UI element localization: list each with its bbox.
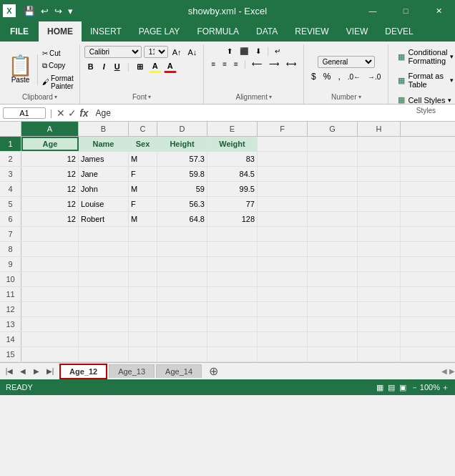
cell-g7[interactable]	[308, 227, 358, 241]
horizontal-scrollbar[interactable]: ◀ ▶	[441, 367, 455, 375]
tab-prev-button[interactable]: ◀	[16, 365, 29, 378]
cell-c6[interactable]: M	[129, 212, 157, 226]
cell-e7[interactable]	[207, 227, 258, 241]
cell-a10[interactable]	[21, 272, 79, 286]
col-header-c[interactable]: C	[129, 122, 157, 136]
sheet-tab-age13[interactable]: Age_13	[109, 364, 155, 378]
col-header-d[interactable]: D	[157, 122, 207, 136]
tab-next-button[interactable]: ▶	[30, 365, 43, 378]
cell-b6[interactable]: Robert	[79, 212, 129, 226]
maximize-button[interactable]: □	[389, 0, 422, 21]
paste-button[interactable]: 📋 Paste	[3, 54, 38, 86]
cell-h12[interactable]	[358, 302, 401, 316]
cell-e6[interactable]: 128	[207, 212, 258, 226]
cell-e11[interactable]	[207, 287, 258, 301]
font-name-select[interactable]: Calibri	[84, 46, 142, 58]
conditional-formatting-button[interactable]: ▦ Conditional Formatting ▾	[394, 46, 455, 67]
cell-h3[interactable]	[358, 167, 401, 181]
cell-g8[interactable]	[308, 242, 358, 256]
decrease-indent-button[interactable]: ⟵	[249, 59, 265, 69]
cell-h6[interactable]	[358, 212, 401, 226]
decrease-font-button[interactable]: A↓	[186, 47, 200, 58]
cell-g1[interactable]	[308, 137, 358, 151]
increase-indent-button[interactable]: ⟶	[266, 59, 282, 69]
cell-g15[interactable]	[308, 347, 358, 361]
cell-e9[interactable]	[207, 257, 258, 271]
align-center-button[interactable]: ≡	[220, 59, 230, 69]
clipboard-expand-icon[interactable]: ▾	[54, 94, 57, 100]
cell-e8[interactable]	[207, 242, 258, 256]
border-button[interactable]: ⊞	[133, 61, 147, 73]
cell-g4[interactable]	[308, 182, 358, 196]
cell-h13[interactable]	[358, 317, 401, 331]
cell-f14[interactable]	[258, 332, 308, 346]
cell-d7[interactable]	[157, 227, 207, 241]
cell-e3[interactable]: 84.5	[207, 167, 258, 181]
formula-function-icon[interactable]: fx	[79, 107, 88, 119]
cell-b4[interactable]: John	[79, 182, 129, 196]
cell-g2[interactable]	[308, 152, 358, 166]
align-right-button[interactable]: ≡	[231, 59, 241, 69]
cell-g3[interactable]	[308, 167, 358, 181]
minimize-button[interactable]: —	[356, 0, 389, 21]
cell-b2[interactable]: James	[79, 152, 129, 166]
cell-d1[interactable]: Height	[157, 137, 207, 151]
cell-a1[interactable]: Age	[21, 137, 79, 151]
cell-d2[interactable]: 57.3	[157, 152, 207, 166]
cell-d10[interactable]	[157, 272, 207, 286]
cell-d12[interactable]	[157, 302, 207, 316]
col-header-f[interactable]: F	[258, 122, 308, 136]
alignment-expand-icon[interactable]: ▾	[269, 94, 272, 100]
align-bottom-button[interactable]: ⬇	[253, 46, 264, 57]
merge-button[interactable]: ⟷	[283, 59, 299, 69]
col-header-h[interactable]: H	[358, 122, 401, 136]
cell-e5[interactable]: 77	[207, 197, 258, 211]
cell-h10[interactable]	[358, 272, 401, 286]
cell-f4[interactable]	[258, 182, 308, 196]
tab-file[interactable]: FILE	[0, 21, 39, 42]
undo-dropdown[interactable]: ▾	[66, 6, 75, 16]
cell-d6[interactable]: 64.8	[157, 212, 207, 226]
fill-color-button[interactable]: A	[149, 60, 162, 73]
cell-a3[interactable]: 12	[21, 167, 79, 181]
cell-b9[interactable]	[79, 257, 129, 271]
cell-a7[interactable]	[21, 227, 79, 241]
cell-g11[interactable]	[308, 287, 358, 301]
cell-d4[interactable]: 59	[157, 182, 207, 196]
zoom-slider[interactable]: － 100% ＋	[411, 382, 449, 393]
cell-c1[interactable]: Sex	[129, 137, 157, 151]
cell-e10[interactable]	[207, 272, 258, 286]
cell-a14[interactable]	[21, 332, 79, 346]
align-left-button[interactable]: ≡	[208, 59, 218, 69]
tab-insert[interactable]: INSERT	[82, 21, 130, 42]
cell-h9[interactable]	[358, 257, 401, 271]
wrap-text-button[interactable]: ↵	[272, 46, 283, 57]
cell-a5[interactable]: 12	[21, 197, 79, 211]
font-color-button[interactable]: A	[164, 60, 177, 73]
close-button[interactable]: ✕	[422, 0, 455, 21]
page-break-view-button[interactable]: ▣	[399, 383, 406, 392]
cell-f15[interactable]	[258, 347, 308, 361]
decrease-decimal-button[interactable]: .0←	[345, 70, 363, 83]
formula-confirm-icon[interactable]: ✓	[68, 107, 77, 119]
cell-b8[interactable]	[79, 242, 129, 256]
comma-button[interactable]: ,	[335, 70, 343, 83]
font-expand-icon[interactable]: ▾	[148, 94, 151, 100]
page-layout-view-button[interactable]: ▤	[388, 383, 395, 392]
tab-data[interactable]: DATA	[248, 21, 286, 42]
italic-button[interactable]: I	[99, 61, 109, 72]
col-header-b[interactable]: B	[79, 122, 129, 136]
cell-f8[interactable]	[258, 242, 308, 256]
zoom-in-button[interactable]: ＋	[441, 382, 449, 393]
cell-b7[interactable]	[79, 227, 129, 241]
cell-h11[interactable]	[358, 287, 401, 301]
formula-cancel-icon[interactable]: ✕	[57, 107, 65, 119]
cell-g14[interactable]	[308, 332, 358, 346]
col-header-g[interactable]: G	[308, 122, 358, 136]
cell-d13[interactable]	[157, 317, 207, 331]
tab-developer[interactable]: DEVEL	[376, 21, 421, 42]
cell-g13[interactable]	[308, 317, 358, 331]
cell-h15[interactable]	[358, 347, 401, 361]
cell-a11[interactable]	[21, 287, 79, 301]
cell-d15[interactable]	[157, 347, 207, 361]
